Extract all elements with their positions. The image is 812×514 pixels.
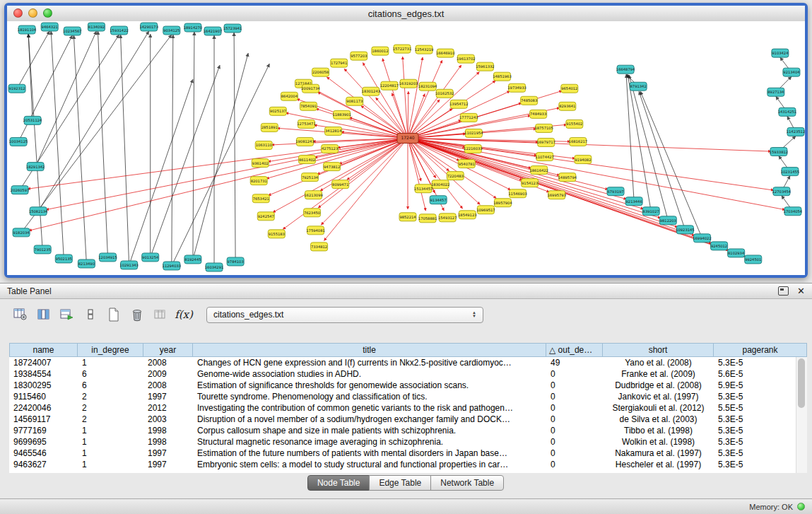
graph-node[interactable]: 14895794 <box>558 173 577 182</box>
tab-edge-table[interactable]: Edge Table <box>369 475 431 491</box>
graph-node[interactable]: 7220483 <box>447 172 464 180</box>
table-row[interactable]: 1830029562008Estimation of significance … <box>9 380 796 391</box>
import-table-icon[interactable] <box>150 305 171 324</box>
table-selector-dropdown[interactable]: citations_edges.txt ▲▼ <box>206 307 483 323</box>
graph-node[interactable]: 9852214 <box>399 213 416 221</box>
window-titlebar[interactable]: citations_edges.txt <box>7 6 805 22</box>
column-header-in-degree[interactable]: in_degree <box>78 343 143 357</box>
graph-node[interactable]: 16421907 <box>204 27 222 35</box>
graph-node[interactable]: 8293641 <box>559 102 576 110</box>
graph-node[interactable]: 7485083 <box>521 96 538 105</box>
graph-node[interactable]: 12204817 <box>380 81 399 90</box>
graph-node[interactable]: 9081173 <box>346 97 363 105</box>
graph-node[interactable]: 8099471 <box>332 180 349 189</box>
window-zoom-button[interactable] <box>43 8 52 18</box>
graph-node[interactable]: 11294033 <box>163 262 181 270</box>
table-row[interactable]: 946554611997Estimation of the future num… <box>9 448 796 459</box>
network-graph[interactable]: 9155183924254776534218201731936140210631… <box>7 21 805 275</box>
graph-node[interactable]: 15931422 <box>110 26 128 35</box>
table-row[interactable]: 946362711997Embryonic stem cells: a mode… <box>9 459 796 470</box>
graph-node[interactable]: 10162532 <box>435 89 454 98</box>
graph-node[interactable]: 6793197 <box>607 187 624 196</box>
graph-node[interactable]: 8642004 <box>281 92 298 100</box>
graph-node[interactable]: 7901235 <box>34 245 51 254</box>
graph-node[interactable]: 15933812 <box>770 147 788 156</box>
column-header-pagerank[interactable]: pagerank <box>714 343 807 357</box>
graph-node[interactable]: 16213099 <box>304 191 322 199</box>
table-row[interactable]: 969969511998Structural magnetic resonanc… <box>9 436 796 448</box>
show-hide-columns-icon[interactable] <box>33 305 54 324</box>
graph-node[interactable]: 18231094 <box>418 82 437 90</box>
graph-node[interactable]: 8611402 <box>298 156 315 164</box>
graph-node[interactable]: 8927134 <box>767 88 784 96</box>
float-panel-icon[interactable] <box>778 286 789 296</box>
graph-node[interactable]: 9784103 <box>227 257 244 266</box>
tab-network-table[interactable]: Network Table <box>430 475 504 491</box>
graph-node[interactable]: 8213490 <box>78 259 95 268</box>
graph-node[interactable]: 7334812 <box>311 243 328 251</box>
graph-node[interactable]: 8791342 <box>630 82 647 90</box>
graph-node[interactable]: 8192445 <box>184 255 201 264</box>
graph-node[interactable]: 10291343 <box>119 261 138 269</box>
graph-node[interactable]: 15961332 <box>476 62 494 71</box>
graph-node[interactable]: 10234567 <box>63 27 81 35</box>
graph-node[interactable]: 9502135 <box>55 255 72 263</box>
graph-node[interactable]: 10231455 <box>781 168 799 176</box>
graph-node[interactable]: 7854091 <box>300 102 317 110</box>
graph-node[interactable]: 15722731 <box>393 45 411 53</box>
graph-node[interactable]: 17058881 <box>418 214 437 223</box>
graph-node[interactable]: 20260597 <box>11 186 29 194</box>
graph-node[interactable]: 2851891 <box>261 123 278 132</box>
graph-node[interactable]: 16319203 <box>399 79 418 88</box>
graph-node[interactable]: 15493127 <box>438 214 457 222</box>
graph-node[interactable]: 8102934 <box>728 249 745 257</box>
delete-table-icon[interactable] <box>126 305 148 324</box>
network-canvas[interactable]: 9155183924254776534218201731936140210631… <box>7 21 805 275</box>
export-table-icon[interactable] <box>57 305 78 324</box>
graph-node[interactable]: 12543219 <box>415 45 433 54</box>
graph-node[interactable]: 14314251 <box>778 107 796 116</box>
column-header-short[interactable]: short <box>603 343 714 357</box>
graph-node[interactable]: 16995793 <box>548 191 566 199</box>
table-row[interactable]: 1938455462009Genome-wide association stu… <box>9 368 796 380</box>
graph-node[interactable]: 16034291 <box>205 263 223 271</box>
graph-node[interactable]: 9192312 <box>8 84 25 93</box>
graph-node[interactable]: 9013254 <box>142 253 159 262</box>
graph-node[interactable]: 3412814 <box>325 127 342 135</box>
graph-node[interactable]: 16994022 <box>693 234 711 243</box>
graph-node[interactable]: 9134457 <box>430 196 447 204</box>
graph-node[interactable]: 9194082 <box>575 156 592 164</box>
graph-node[interactable]: 18301243 <box>362 87 380 95</box>
graph-node[interactable]: 14851963 <box>493 72 511 81</box>
column-header-year[interactable]: year <box>143 343 193 357</box>
graph-node[interactable]: 15082134 <box>29 207 48 216</box>
graph-node[interactable]: 8134092 <box>88 23 105 31</box>
window-close-button[interactable] <box>13 8 23 18</box>
graph-node[interactable]: 19081243 <box>295 137 314 146</box>
graph-node[interactable]: 7653421 <box>252 194 269 203</box>
graph-node[interactable]: 9213446 <box>625 197 642 206</box>
graph-node[interactable]: 7623450 <box>303 209 320 217</box>
graph-node[interactable]: 11883901 <box>332 110 351 119</box>
graph-node[interactable]: 17771243 <box>459 113 478 122</box>
graph-node[interactable]: 20091734 <box>301 84 320 93</box>
graph-node[interactable]: 9812203 <box>659 216 676 225</box>
graph-node[interactable]: 18549123 <box>458 211 476 219</box>
graph-node[interactable]: 12216033 <box>464 144 482 153</box>
graph-node[interactable]: 18291342 <box>26 163 45 171</box>
graph-node[interactable]: 19613702 <box>457 54 475 63</box>
graph-node[interactable]: 18914270 <box>184 23 202 32</box>
graph-node[interactable]: 12753471 <box>297 119 315 128</box>
close-panel-icon[interactable]: ✕ <box>797 286 805 296</box>
graph-node[interactable]: 14290173 <box>139 23 158 31</box>
graph-node[interactable]: 11423512 <box>787 127 805 136</box>
column-header-out-de[interactable]: △ out_de… <box>546 343 603 357</box>
graph-node[interactable]: 1063110 <box>255 141 272 149</box>
graph-node[interactable]: 2206058 <box>312 68 329 76</box>
graph-node[interactable]: 7484933 <box>530 110 547 118</box>
graph-node[interactable]: 12034915 <box>98 253 117 262</box>
graph-node[interactable]: 9154123 <box>522 179 539 187</box>
graph-node[interactable]: 10034125 <box>9 137 28 146</box>
memory-status[interactable]: Memory: OK <box>749 503 805 511</box>
graph-node[interactable]: 11021954 <box>464 129 483 137</box>
